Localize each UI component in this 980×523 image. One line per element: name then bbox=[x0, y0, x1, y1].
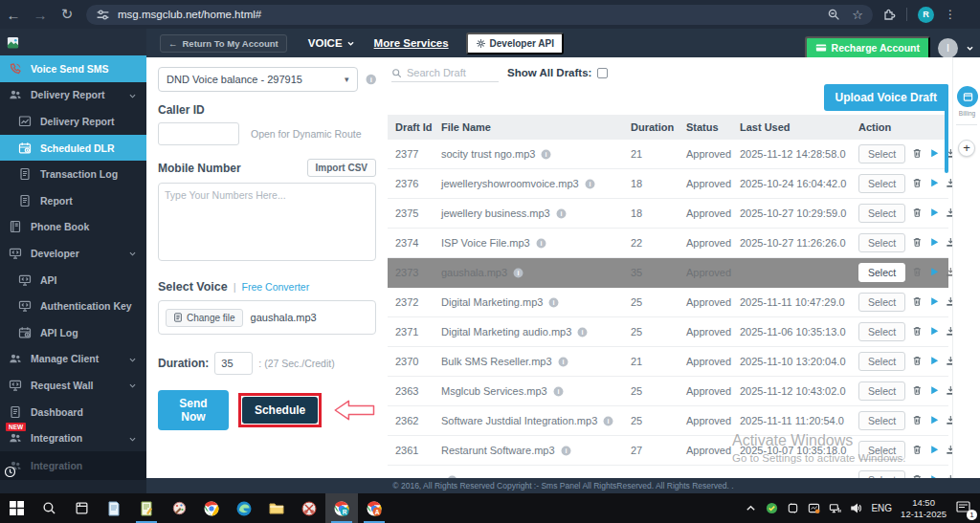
play-icon[interactable] bbox=[929, 207, 940, 219]
browser-menu-icon[interactable]: ⋮ bbox=[945, 8, 956, 21]
chrome-profile-r-icon[interactable]: R bbox=[325, 493, 358, 523]
sidebar-item-delivery-report[interactable]: Delivery Report bbox=[0, 82, 146, 109]
select-draft-button[interactable]: Select bbox=[858, 470, 905, 478]
trash-icon[interactable] bbox=[912, 385, 923, 397]
send-now-button[interactable]: Send Now bbox=[158, 390, 229, 430]
add-widget-button[interactable]: + bbox=[958, 140, 975, 157]
billing-button[interactable] bbox=[957, 86, 978, 107]
info-icon[interactable]: i bbox=[513, 268, 523, 278]
play-icon[interactable] bbox=[929, 356, 940, 367]
trash-icon[interactable] bbox=[912, 148, 923, 160]
play-icon[interactable] bbox=[929, 385, 940, 397]
select-draft-button[interactable]: Select bbox=[858, 204, 905, 223]
info-icon[interactable]: i bbox=[536, 238, 546, 249]
play-icon[interactable] bbox=[929, 445, 940, 456]
select-draft-button[interactable]: Select bbox=[858, 441, 905, 460]
play-icon[interactable] bbox=[929, 267, 940, 278]
trash-icon[interactable] bbox=[912, 237, 923, 249]
return-to-account-button[interactable]: ← Return To My Account bbox=[160, 34, 287, 53]
sidebar-item-request-wall[interactable]: Request Wall bbox=[0, 372, 146, 399]
select-draft-button[interactable]: Select bbox=[858, 381, 905, 401]
chrome-profile-a-icon[interactable]: A bbox=[358, 493, 390, 523]
select-draft-button[interactable]: Select bbox=[858, 233, 905, 252]
more-services-link[interactable]: More Services bbox=[374, 37, 449, 49]
play-icon[interactable] bbox=[929, 296, 940, 308]
zoom-out-icon[interactable] bbox=[827, 8, 840, 21]
network-icon[interactable] bbox=[829, 502, 841, 514]
notepad-icon[interactable] bbox=[98, 493, 130, 523]
sidebar-item-delivery-report[interactable]: Delivery Report bbox=[0, 108, 146, 135]
show-all-drafts-checkbox[interactable] bbox=[597, 68, 608, 78]
notification-center-icon[interactable]: 1 bbox=[955, 500, 974, 517]
tray-app-icon[interactable] bbox=[787, 502, 799, 514]
scrollbar-thumb[interactable] bbox=[945, 84, 948, 173]
select-draft-button[interactable]: Select bbox=[858, 144, 905, 163]
free-converter-link[interactable]: Free Converter bbox=[242, 281, 310, 293]
antivirus-icon[interactable] bbox=[766, 502, 778, 514]
info-icon[interactable]: i bbox=[553, 386, 564, 397]
sidebar-item-scheduled-dlr[interactable]: Scheduled DLR bbox=[0, 135, 146, 162]
trash-icon[interactable] bbox=[912, 267, 923, 278]
mobile-numbers-textarea[interactable] bbox=[158, 183, 376, 261]
sidebar-item-phone-book[interactable]: Phone Book bbox=[0, 214, 146, 241]
trash-icon[interactable] bbox=[912, 326, 923, 338]
caller-id-input[interactable] bbox=[158, 122, 239, 145]
start-button[interactable] bbox=[0, 493, 33, 523]
play-icon[interactable] bbox=[929, 237, 940, 249]
language-indicator[interactable]: ENG bbox=[871, 503, 892, 513]
address-bar[interactable]: msg.msgclub.net/home.html# ☆ bbox=[86, 5, 873, 25]
sidebar-item-integration[interactable]: NEWIntegration bbox=[0, 425, 146, 451]
play-icon[interactable] bbox=[929, 148, 940, 160]
play-icon[interactable] bbox=[929, 326, 940, 338]
recharge-account-button[interactable]: Recharge Account bbox=[805, 36, 930, 59]
browser-profile-avatar[interactable]: R bbox=[918, 7, 934, 23]
change-file-button[interactable]: Change file bbox=[166, 309, 243, 327]
tray-chevron-up-icon[interactable] bbox=[745, 502, 757, 514]
sidebar-item-voice-send-sms[interactable]: Voice Send SMS bbox=[0, 55, 146, 82]
paint-icon[interactable] bbox=[163, 493, 195, 523]
editor-icon[interactable] bbox=[130, 493, 163, 523]
task-view-icon[interactable] bbox=[65, 493, 98, 523]
trash-icon[interactable] bbox=[912, 296, 923, 308]
taskbar-search-icon[interactable] bbox=[33, 493, 65, 523]
info-icon[interactable]: i bbox=[561, 446, 571, 456]
sidebar-item-dashboard[interactable]: Dashboard bbox=[0, 399, 146, 425]
select-draft-button[interactable]: Select bbox=[858, 352, 905, 371]
duration-input[interactable] bbox=[214, 352, 253, 375]
play-icon[interactable] bbox=[929, 415, 940, 426]
play-icon[interactable] bbox=[929, 178, 940, 189]
browser-forward-icon[interactable]: → bbox=[27, 7, 54, 23]
browser-reload-icon[interactable]: ↻ bbox=[54, 6, 80, 23]
select-draft-button[interactable]: Select bbox=[858, 293, 905, 312]
taskbar-clock[interactable]: 14:50 12-11-2025 bbox=[901, 497, 947, 520]
sidebar-item-report[interactable]: Report bbox=[0, 187, 146, 214]
trash-icon[interactable] bbox=[912, 356, 923, 367]
info-icon[interactable]: i bbox=[577, 327, 588, 338]
select-draft-button[interactable]: Select bbox=[858, 322, 905, 341]
file-explorer-icon[interactable] bbox=[260, 493, 293, 523]
info-icon[interactable]: i bbox=[548, 297, 559, 308]
snipping-tool-icon[interactable] bbox=[293, 493, 325, 523]
url-text[interactable]: msg.msgclub.net/home.html# bbox=[118, 9, 827, 20]
site-info-icon[interactable] bbox=[96, 8, 110, 22]
browser-back-icon[interactable]: ← bbox=[0, 7, 27, 23]
trash-icon[interactable] bbox=[912, 445, 923, 456]
sidebar-item-authentication-key[interactable]: Authentication Key bbox=[0, 293, 146, 319]
trash-icon[interactable] bbox=[912, 415, 923, 426]
voice-menu[interactable]: VOICE bbox=[308, 37, 355, 49]
trash-icon[interactable] bbox=[912, 178, 923, 189]
select-draft-button[interactable]: Select bbox=[858, 263, 905, 282]
trash-icon[interactable] bbox=[912, 207, 923, 219]
sidebar-item-developer[interactable]: Developer bbox=[0, 240, 146, 267]
select-draft-button[interactable]: Select bbox=[858, 411, 905, 430]
chrome-icon[interactable] bbox=[195, 493, 228, 523]
volume-icon[interactable] bbox=[850, 502, 862, 514]
sidebar-item-transaction-log[interactable]: Transaction Log bbox=[0, 161, 146, 187]
tray-status-icon[interactable] bbox=[808, 502, 820, 514]
info-icon[interactable]: i bbox=[556, 208, 567, 219]
upload-voice-draft-button[interactable]: Upload Voice Draft bbox=[824, 84, 948, 111]
search-draft-input[interactable] bbox=[407, 67, 493, 78]
sidebar-item-api[interactable]: API bbox=[0, 267, 146, 294]
info-icon[interactable]: i bbox=[585, 179, 595, 189]
developer-api-button[interactable]: Developer API bbox=[466, 33, 564, 54]
